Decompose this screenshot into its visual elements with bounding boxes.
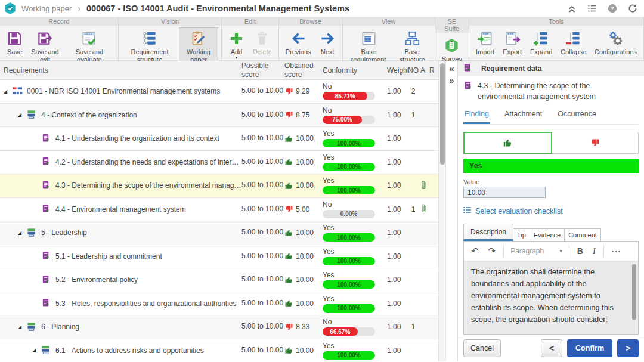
- rich-text-editor: ↶ ↷ Paragraph▾ B I ··· The organization …: [463, 241, 639, 335]
- document-icon: [41, 181, 51, 191]
- ribbon-group-title: Edit: [222, 17, 278, 26]
- export-button[interactable]: Export: [499, 27, 525, 57]
- possible-score-cell: 5.00 to 10.00: [242, 252, 284, 261]
- paperclip-icon[interactable]: [420, 184, 427, 192]
- value-input[interactable]: [463, 187, 546, 198]
- base-structure-button[interactable]: Base structure: [393, 27, 432, 64]
- conformity-label: Yes: [323, 342, 387, 350]
- configurations-button[interactable]: Configurations: [591, 27, 640, 57]
- requirement-label: 4.4 - Environmental management system: [55, 205, 186, 214]
- thumb-down-icon: [284, 205, 293, 214]
- working-paper-button[interactable]: Working paper: [179, 27, 218, 64]
- redo-icon[interactable]: ↷: [485, 245, 500, 258]
- description-text[interactable]: The organization shall determine the bou…: [464, 261, 638, 334]
- paperclip-icon[interactable]: [420, 207, 427, 215]
- confirm-button[interactable]: Confirm: [567, 339, 612, 357]
- table-row[interactable]: 4.2 - Understanding the needs and expect…: [0, 151, 438, 175]
- collapse-button[interactable]: Collapse: [557, 27, 590, 57]
- base-requirement-button[interactable]: Base requirement: [346, 27, 392, 64]
- panel-collapse-icon[interactable]: »: [449, 76, 454, 85]
- table-row[interactable]: 4.3 - Determining the scope of the envir…: [0, 174, 438, 198]
- panel-header: Requirement data: [458, 61, 644, 76]
- italic-button[interactable]: I: [589, 245, 599, 258]
- ribbon-group-title: View: [343, 17, 435, 26]
- editor-scrollbar[interactable]: [632, 264, 636, 320]
- table-row[interactable]: ◢ 4 - Context of the organization 5.00 t…: [0, 104, 438, 128]
- table-row[interactable]: ◢ 5 - Leadership 5.00 to 10.00 10.00 Yes…: [0, 221, 438, 245]
- refresh-icon[interactable]: [627, 3, 638, 14]
- weight-cell: 1.00: [387, 205, 406, 214]
- conformity-label: Yes: [323, 295, 387, 303]
- bold-button[interactable]: B: [574, 245, 587, 257]
- next-icon: [320, 29, 336, 47]
- obtained-score-cell: 9.29: [296, 87, 309, 95]
- tree-expander-icon[interactable]: ◢: [18, 112, 27, 117]
- tree-expander-icon[interactable]: ◢: [18, 230, 27, 236]
- next-requirement-button[interactable]: >: [617, 339, 639, 357]
- tab-finding[interactable]: Finding: [463, 107, 490, 124]
- tab-attachment[interactable]: Attachment: [503, 107, 543, 124]
- col-header-obtained-score: Obtained score: [284, 61, 323, 79]
- expand-button[interactable]: Expand: [527, 27, 556, 57]
- weight-cell: 1.00: [387, 323, 406, 331]
- breadcrumb[interactable]: Working paper: [21, 4, 72, 13]
- conformity-percent: 100.00%: [337, 234, 360, 241]
- button-label: Import: [476, 48, 494, 56]
- index-icon[interactable]: [587, 3, 597, 14]
- col-header-weight: Weight: [387, 66, 406, 75]
- import-button[interactable]: Import: [472, 27, 498, 57]
- conformity-cell: No 0.00%: [323, 200, 387, 218]
- section-icon: [27, 322, 37, 332]
- table-row[interactable]: ◢ 6 - Planning 5.00 to 10.00 8.33 No 66.…: [0, 315, 438, 339]
- help-icon[interactable]: ?: [607, 3, 618, 14]
- previous-requirement-button[interactable]: <: [541, 339, 562, 357]
- conformity-bar: 100.00%: [323, 163, 375, 171]
- cancel-button[interactable]: Cancel: [463, 339, 501, 357]
- conformity-cell: Yes 100.00%: [323, 129, 387, 147]
- table-row[interactable]: 5.2 - Environmental policy 5.00 to 10.00…: [0, 268, 438, 292]
- editor-tab-description[interactable]: Description: [463, 224, 513, 241]
- table-scrollbar[interactable]: [438, 61, 445, 361]
- select-evaluation-checklist-link[interactable]: Select evaluation checklist: [463, 206, 639, 216]
- attachment-cell: [420, 203, 429, 215]
- thumb-down-button[interactable]: [552, 132, 639, 154]
- editor-tab-comment[interactable]: Comment: [564, 228, 601, 241]
- collapse-toolbar-icon[interactable]: [566, 3, 577, 14]
- paragraph-style-dropdown[interactable]: Paragraph▾: [508, 246, 565, 256]
- table-row[interactable]: ◢ 0001 - NBR ISO 14001 Environmental man…: [0, 80, 438, 104]
- tree-expander-icon[interactable]: ◢: [18, 324, 27, 330]
- undo-icon[interactable]: ↶: [467, 245, 482, 258]
- tree-expander-icon[interactable]: ◢: [32, 348, 41, 353]
- ribbon-group-title: Browse: [279, 17, 342, 26]
- conformity-percent: 66.67%: [330, 329, 350, 335]
- button-label: Previous: [286, 48, 311, 56]
- requirement-structure-button[interactable]: Requirement structure: [122, 27, 178, 64]
- button-label: Expand: [530, 48, 552, 56]
- tab-occurrence[interactable]: Occurrence: [556, 107, 597, 124]
- obtained-score-cell: 8.33: [296, 323, 309, 331]
- table-row[interactable]: ◢ 6.1 - Actions to address risks and opp…: [0, 339, 438, 362]
- previous-button[interactable]: Previous: [282, 27, 315, 57]
- more-tools-icon[interactable]: ···: [608, 246, 625, 257]
- col-header-conformity: Conformity: [323, 66, 387, 75]
- requirement-label: 5.1 - Leadership and commitment: [55, 252, 162, 261]
- thumb-up-button[interactable]: [463, 132, 552, 154]
- button-label: Save: [7, 48, 22, 56]
- obtained-score-cell: 10.00: [296, 346, 314, 355]
- table-row[interactable]: 4.1 - Understanding the organization and…: [0, 127, 438, 151]
- table-row[interactable]: 5.1 - Leadership and commitment 5.00 to …: [0, 245, 438, 269]
- tree-expander-icon[interactable]: ◢: [4, 89, 13, 94]
- editor-tab-evidence[interactable]: Evidence: [530, 228, 565, 241]
- editor-tab-tip[interactable]: Tip: [513, 228, 530, 241]
- conformity-percent: 75.00%: [332, 116, 352, 123]
- table-row[interactable]: 4.4 - Environmental management system 5.…: [0, 198, 438, 222]
- scrollbar-thumb[interactable]: [440, 63, 445, 165]
- next-button[interactable]: Next: [316, 27, 339, 57]
- add-button[interactable]: Add▾: [225, 27, 248, 61]
- save-button[interactable]: Save: [3, 27, 26, 57]
- survey-button[interactable]: Survey: [438, 35, 466, 64]
- panel-expand-icon[interactable]: «: [449, 64, 454, 73]
- save-and-exit-button[interactable]: Save and exit: [27, 27, 63, 64]
- table-row[interactable]: 5.3 - Roles, responsibilities and organi…: [0, 292, 438, 316]
- save-exit-icon: [37, 29, 53, 47]
